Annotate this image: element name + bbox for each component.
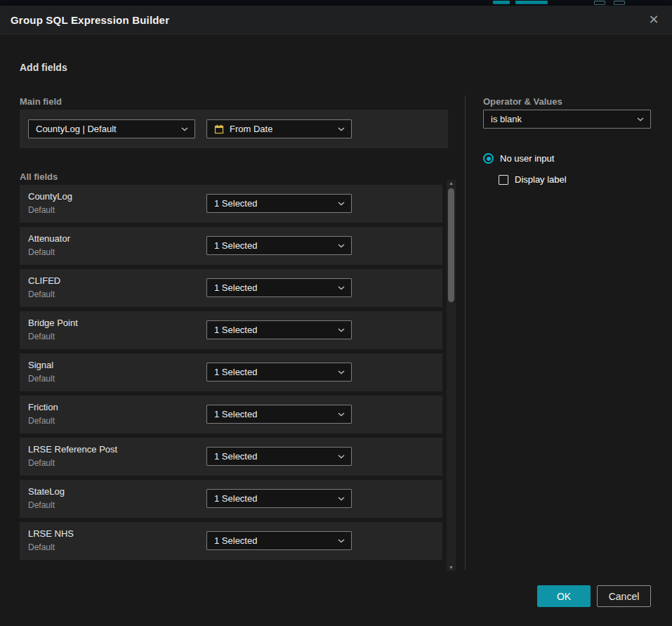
- selected-count-value: 1 Selected: [214, 325, 257, 335]
- field-sublabel: Default: [28, 247, 55, 257]
- scrollbar-thumb[interactable]: [448, 188, 454, 302]
- scroll-down-icon[interactable]: ▼: [447, 564, 456, 571]
- field-select[interactable]: From Date: [206, 119, 352, 138]
- radio-selected-icon[interactable]: [483, 153, 494, 164]
- chevron-down-icon: [332, 370, 345, 374]
- selected-count-select[interactable]: 1 Selected: [206, 194, 352, 213]
- field-name: LRSE Reference Post: [28, 444, 117, 455]
- chevron-down-icon: [332, 497, 345, 501]
- selected-count-select[interactable]: 1 Selected: [206, 320, 352, 339]
- chevron-down-icon: [332, 539, 345, 543]
- chevron-down-icon: [332, 127, 345, 131]
- chevron-down-icon: [332, 412, 345, 417]
- selected-count-value: 1 Selected: [214, 198, 257, 209]
- field-name: Signal: [28, 360, 53, 370]
- chevron-down-icon: [332, 328, 345, 332]
- field-name: Friction: [28, 402, 58, 412]
- field-sublabel: Default: [28, 458, 55, 468]
- operator-values-label: Operator & Values: [483, 96, 562, 107]
- background-app-fragment: [493, 1, 510, 4]
- field-sublabel: Default: [28, 500, 55, 510]
- chevron-down-icon: [176, 127, 188, 131]
- field-row: LRSE NHS Default 1 Selected: [20, 522, 442, 560]
- column-divider: [465, 96, 466, 570]
- field-name: Bridge Point: [28, 318, 78, 328]
- field-name: LRSE NHS: [28, 528, 74, 539]
- calendar-icon: [214, 124, 224, 134]
- section-title: Add fields: [20, 62, 67, 73]
- field-row: Bridge Point Default 1 Selected: [20, 311, 442, 349]
- selected-count-select[interactable]: 1 Selected: [206, 447, 352, 466]
- display-label-checkbox[interactable]: Display label: [499, 174, 567, 185]
- field-sublabel: Default: [28, 205, 55, 215]
- background-app-fragment: [515, 1, 548, 4]
- selected-count-select[interactable]: 1 Selected: [206, 363, 352, 382]
- chevron-down-icon: [332, 202, 345, 206]
- field-row: StateLog Default 1 Selected: [20, 480, 442, 518]
- scrollbar[interactable]: ▲ ▼: [447, 180, 456, 571]
- background-app-fragment: [594, 1, 605, 5]
- field-sublabel: Default: [28, 542, 55, 552]
- selected-count-select[interactable]: 1 Selected: [206, 236, 352, 255]
- selected-count-value: 1 Selected: [214, 240, 257, 251]
- ok-button[interactable]: OK: [537, 585, 591, 607]
- scroll-up-icon[interactable]: ▲: [447, 180, 456, 187]
- field-sublabel: Default: [28, 332, 55, 341]
- field-select-value: From Date: [230, 124, 272, 134]
- checkbox-unchecked-icon[interactable]: [499, 175, 508, 185]
- dialog-title: Group SQL Expression Builder: [11, 14, 169, 26]
- field-row: Friction Default 1 Selected: [20, 396, 442, 433]
- main-field-label: Main field: [20, 96, 62, 107]
- field-row: CLIFED Default 1 Selected: [20, 269, 442, 307]
- display-label-label: Display label: [515, 174, 567, 185]
- no-user-input-label: No user input: [500, 153, 554, 164]
- screen: Group SQL Expression Builder ✕ Add field…: [0, 0, 672, 626]
- selected-count-select[interactable]: 1 Selected: [206, 489, 352, 508]
- dialog-group-sql-expression-builder: Group SQL Expression Builder ✕ Add field…: [0, 6, 672, 626]
- dialog-header: Group SQL Expression Builder ✕: [0, 6, 672, 34]
- cancel-button[interactable]: Cancel: [597, 585, 651, 607]
- all-fields-label: All fields: [20, 171, 58, 182]
- field-row: CountyLog Default 1 Selected: [20, 185, 442, 223]
- field-name: CountyLog: [28, 191, 72, 202]
- field-row: Signal Default 1 Selected: [20, 353, 442, 391]
- layer-select[interactable]: CountyLog | Default: [28, 119, 195, 138]
- operator-select[interactable]: is blank: [483, 110, 651, 129]
- layer-select-value: CountyLog | Default: [36, 124, 117, 134]
- selected-count-value: 1 Selected: [214, 493, 257, 504]
- no-user-input-radio[interactable]: No user input: [483, 153, 554, 164]
- field-name: Attenuator: [28, 233, 70, 244]
- field-sublabel: Default: [28, 416, 55, 426]
- selected-count-select[interactable]: 1 Selected: [206, 531, 352, 550]
- selected-count-value: 1 Selected: [214, 451, 257, 462]
- selected-count-value: 1 Selected: [214, 282, 257, 293]
- selected-count-value: 1 Selected: [214, 367, 257, 377]
- selected-count-select[interactable]: 1 Selected: [206, 405, 352, 424]
- background-app-fragment: [614, 1, 625, 5]
- main-field-panel: CountyLog | Default From Date: [20, 110, 448, 148]
- field-name: CLIFED: [28, 275, 60, 286]
- chevron-down-icon: [631, 117, 644, 122]
- field-sublabel: Default: [28, 374, 55, 384]
- field-row: Attenuator Default 1 Selected: [20, 227, 442, 265]
- field-name: StateLog: [28, 486, 65, 497]
- chevron-down-icon: [332, 244, 345, 248]
- all-fields-list: CountyLog Default 1 Selected Attenuator …: [20, 185, 442, 564]
- field-sublabel: Default: [28, 289, 55, 299]
- operator-select-value: is blank: [491, 114, 522, 124]
- chevron-down-icon: [332, 286, 345, 290]
- selected-count-value: 1 Selected: [214, 409, 257, 419]
- selected-count-select[interactable]: 1 Selected: [206, 278, 352, 297]
- background-app-strip: [0, 0, 672, 6]
- close-icon[interactable]: ✕: [646, 13, 661, 26]
- chevron-down-icon: [332, 455, 345, 459]
- field-row: LRSE Reference Post Default 1 Selected: [20, 438, 442, 476]
- selected-count-value: 1 Selected: [214, 535, 257, 546]
